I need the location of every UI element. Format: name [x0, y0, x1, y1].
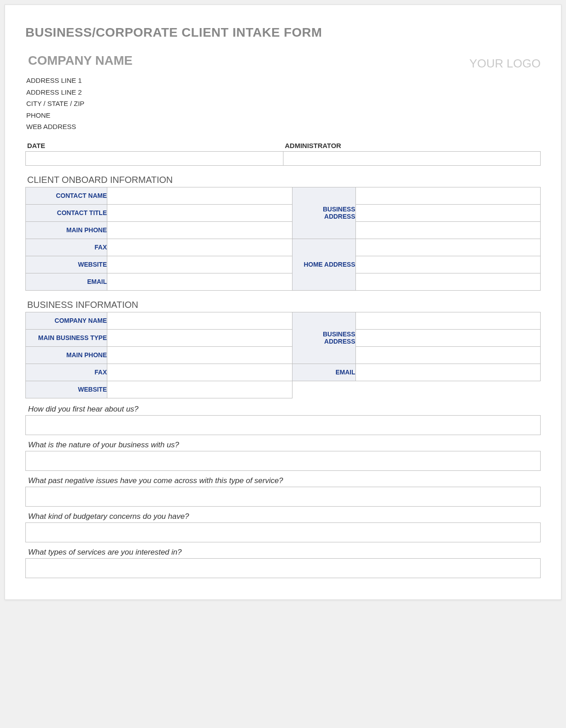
contact-name-label: CONTACT NAME — [26, 187, 107, 204]
business-address-input-3[interactable] — [355, 221, 541, 239]
administrator-label: ADMINISTRATOR — [283, 142, 541, 151]
date-label: DATE — [25, 142, 283, 151]
biz-business-address-input-3[interactable] — [355, 346, 541, 364]
biz-business-address-label: BUSINESS ADDRESS — [292, 312, 355, 364]
administrator-input[interactable] — [283, 151, 541, 166]
business-address-input-2[interactable] — [355, 204, 541, 221]
question-4: What kind of budgetary concerns do you h… — [25, 512, 541, 522]
biz-email-input[interactable] — [355, 364, 541, 381]
date-admin-row: DATE ADMINISTRATOR — [25, 142, 541, 166]
fax-label: FAX — [26, 239, 107, 256]
main-phone-input[interactable] — [107, 221, 293, 239]
company-city-state-zip: CITY / STATE / ZIP — [26, 98, 133, 110]
logo-placeholder: YOUR LOGO — [470, 57, 541, 70]
contact-title-input[interactable] — [107, 204, 293, 221]
biz-main-phone-label: MAIN PHONE — [26, 346, 107, 364]
company-address1: ADDRESS LINE 1 — [26, 75, 133, 86]
business-address-label: BUSINESS ADDRESS — [292, 187, 355, 239]
question-5-input[interactable] — [25, 558, 541, 578]
date-input[interactable] — [25, 151, 283, 166]
company-block: COMPANY NAME ADDRESS LINE 1 ADDRESS LINE… — [25, 53, 133, 133]
company-phone: PHONE — [26, 110, 133, 121]
page: BUSINESS/CORPORATE CLIENT INTAKE FORM CO… — [5, 5, 561, 600]
business-address-input-1[interactable] — [355, 187, 541, 204]
contact-name-input[interactable] — [107, 187, 293, 204]
biz-type-input[interactable] — [107, 329, 293, 346]
client-onboard-table: CONTACT NAME BUSINESS ADDRESS CONTACT TI… — [25, 187, 541, 291]
question-3: What past negative issues have you come … — [25, 476, 541, 487]
company-name: COMPANY NAME — [28, 53, 133, 68]
website-input[interactable] — [107, 256, 293, 273]
question-2-input[interactable] — [25, 451, 541, 471]
question-3-input[interactable] — [25, 487, 541, 507]
company-address-lines: ADDRESS LINE 1 ADDRESS LINE 2 CITY / STA… — [25, 75, 133, 133]
question-5: What types of services are you intereste… — [25, 548, 541, 558]
email-label: EMAIL — [26, 273, 107, 290]
biz-main-phone-input[interactable] — [107, 346, 293, 364]
contact-title-label: CONTACT TITLE — [26, 204, 107, 221]
biz-website-input[interactable] — [107, 381, 293, 398]
fax-input[interactable] — [107, 239, 293, 256]
website-label: WEBSITE — [26, 256, 107, 273]
question-2: What is the nature of your business with… — [25, 441, 541, 451]
question-1: How did you first hear about us? — [25, 405, 541, 415]
question-4-input[interactable] — [25, 522, 541, 542]
biz-business-address-input-2[interactable] — [355, 329, 541, 346]
email-input[interactable] — [107, 273, 293, 290]
biz-email-label: EMAIL — [292, 364, 355, 381]
home-address-label: HOME ADDRESS — [292, 239, 355, 290]
biz-website-label: WEBSITE — [26, 381, 107, 398]
home-address-input-3[interactable] — [355, 273, 541, 290]
form-title: BUSINESS/CORPORATE CLIENT INTAKE FORM — [25, 25, 541, 40]
home-address-input-2[interactable] — [355, 256, 541, 273]
header-row: COMPANY NAME ADDRESS LINE 1 ADDRESS LINE… — [25, 53, 541, 133]
biz-company-name-label: COMPANY NAME — [26, 312, 107, 329]
company-address2: ADDRESS LINE 2 — [26, 86, 133, 98]
business-info-table: COMPANY NAME BUSINESS ADDRESS MAIN BUSIN… — [25, 312, 541, 398]
question-1-input[interactable] — [25, 415, 541, 435]
business-info-title: BUSINESS INFORMATION — [27, 300, 541, 310]
biz-type-label: MAIN BUSINESS TYPE — [26, 329, 107, 346]
biz-business-address-input-1[interactable] — [355, 312, 541, 329]
client-onboard-title: CLIENT ONBOARD INFORMATION — [27, 175, 541, 185]
company-web: WEB ADDRESS — [26, 121, 133, 133]
biz-fax-label: FAX — [26, 364, 107, 381]
biz-company-name-input[interactable] — [107, 312, 293, 329]
home-address-input-1[interactable] — [355, 239, 541, 256]
biz-fax-input[interactable] — [107, 364, 293, 381]
main-phone-label: MAIN PHONE — [26, 221, 107, 239]
